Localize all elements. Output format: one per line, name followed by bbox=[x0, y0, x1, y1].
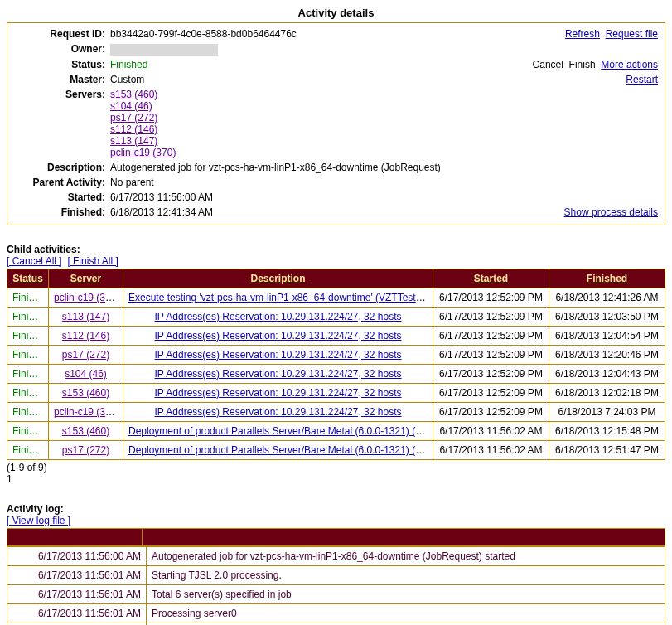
col-description-header[interactable]: Description bbox=[123, 269, 433, 288]
activity-details-panel: Request ID: bb3442a0-799f-4c0e-8588-bd0b… bbox=[7, 22, 665, 225]
cell-status: Finished bbox=[7, 402, 49, 421]
cell-description: Deployment of product Parallels Server/B… bbox=[123, 440, 433, 459]
cell-server: s153 (460) bbox=[49, 421, 123, 440]
server-link[interactable]: s112 (146) bbox=[62, 330, 109, 342]
server-link[interactable]: s104 (46) bbox=[65, 368, 107, 380]
cell-started: 6/17/2013 12:52:09 PM bbox=[433, 383, 549, 402]
parent-activity-value: No parent bbox=[110, 177, 658, 188]
owner-label: Owner: bbox=[14, 43, 110, 55]
refresh-link[interactable]: Refresh bbox=[565, 28, 600, 40]
more-actions-link[interactable]: More actions bbox=[601, 59, 658, 70]
col-finished-header[interactable]: Finished bbox=[549, 269, 665, 288]
cell-finished: 6/18/2013 12:04:43 PM bbox=[549, 364, 665, 383]
cell-server: ps17 (272) bbox=[49, 345, 123, 364]
cell-description: IP Address(es) Reservation: 10.29.131.22… bbox=[123, 383, 433, 402]
description-value: Autogenerated job for vzt-pcs-ha-vm-linP… bbox=[110, 162, 658, 173]
activity-link[interactable]: IP Address(es) Reservation: 10.29.131.22… bbox=[155, 406, 402, 418]
server-link[interactable]: pclin-c19 (370) bbox=[110, 147, 176, 158]
server-link[interactable]: s112 (146) bbox=[110, 124, 157, 135]
servers-label: Servers: bbox=[14, 89, 110, 100]
cell-finished: 6/18/2013 12:51:47 PM bbox=[549, 440, 665, 459]
log-row: 6/17/2013 11:56:01 AMTotal 6 server(s) s… bbox=[7, 584, 665, 603]
cell-status: Finished bbox=[7, 345, 49, 364]
server-link[interactable]: pclin-c19 (370) bbox=[54, 406, 119, 418]
cell-status: Finished bbox=[7, 307, 49, 326]
cell-description: Deployment of product Parallels Server/B… bbox=[123, 421, 433, 440]
show-process-details-link[interactable]: Show process details bbox=[564, 206, 658, 218]
server-link[interactable]: s153 (460) bbox=[110, 89, 157, 100]
cell-server: s153 (460) bbox=[49, 383, 123, 402]
master-label: Master: bbox=[14, 74, 110, 85]
restart-link[interactable]: Restart bbox=[626, 74, 658, 85]
activity-log-heading: Activity log: bbox=[7, 503, 665, 515]
cell-finished: 6/18/2013 12:20:46 PM bbox=[549, 345, 665, 364]
server-link[interactable]: s113 (147) bbox=[110, 135, 157, 147]
col-status-header[interactable]: Status bbox=[7, 269, 49, 288]
cell-server: s113 (147) bbox=[49, 307, 123, 326]
finish-all-link[interactable]: [ Finish All ] bbox=[67, 255, 118, 267]
activity-link[interactable]: IP Address(es) Reservation: 10.29.131.22… bbox=[155, 311, 402, 322]
servers-list: s153 (460) s104 (46) ps17 (272) s112 (14… bbox=[110, 89, 658, 158]
cell-started: 6/17/2013 12:52:09 PM bbox=[433, 345, 549, 364]
server-link[interactable]: s104 (46) bbox=[110, 100, 152, 112]
activity-link[interactable]: IP Address(es) Reservation: 10.29.131.22… bbox=[155, 368, 402, 380]
activity-link[interactable]: IP Address(es) Reservation: 10.29.131.22… bbox=[155, 387, 402, 399]
log-row: 6/17/2013 11:56:01 AMProcessing server0 bbox=[7, 603, 665, 623]
cell-status: Finished bbox=[7, 288, 49, 307]
finish-action[interactable]: Finish bbox=[569, 59, 596, 70]
cell-finished: 6/18/2013 12:02:18 PM bbox=[549, 383, 665, 402]
activity-link[interactable]: Deployment of product Parallels Server/B… bbox=[128, 425, 433, 437]
activity-link[interactable]: IP Address(es) Reservation: 10.29.131.22… bbox=[155, 349, 402, 361]
activity-log-header-bar bbox=[7, 528, 665, 546]
table-row: Finisheds113 (147)IP Address(es) Reserva… bbox=[7, 307, 665, 326]
cancel-all-link[interactable]: [ Cancel All ] bbox=[7, 255, 62, 267]
server-link[interactable]: ps17 (272) bbox=[110, 112, 157, 124]
request-id-label: Request ID: bbox=[14, 28, 110, 40]
cell-finished: 6/18/2013 7:24:03 PM bbox=[549, 402, 665, 421]
cell-status: Finished bbox=[7, 421, 49, 440]
child-activities-table: Status Server Description Started Finish… bbox=[7, 269, 665, 460]
cancel-action[interactable]: Cancel bbox=[533, 59, 563, 70]
child-activities-heading: Child activities: bbox=[7, 244, 665, 255]
server-link[interactable]: s153 (460) bbox=[62, 387, 109, 399]
status-value: Finished bbox=[110, 59, 526, 70]
cell-status: Finished bbox=[7, 326, 49, 345]
view-log-file-link[interactable]: [ View log file ] bbox=[7, 515, 70, 526]
log-timestamp: 6/17/2013 11:56:01 AM bbox=[7, 603, 147, 623]
activity-link[interactable]: Deployment of product Parallels Server/B… bbox=[128, 444, 433, 456]
log-message: Starting TJSL 2.0 processing. bbox=[147, 565, 665, 584]
cell-description: IP Address(es) Reservation: 10.29.131.22… bbox=[123, 345, 433, 364]
table-row: Finisheds112 (146)IP Address(es) Reserva… bbox=[7, 326, 665, 345]
server-link[interactable]: ps17 (272) bbox=[62, 444, 109, 456]
started-value: 6/17/2013 11:56:00 AM bbox=[110, 191, 658, 203]
col-server-header[interactable]: Server bbox=[49, 269, 123, 288]
parent-activity-label: Parent Activity: bbox=[14, 177, 110, 188]
cell-status: Finished bbox=[7, 440, 49, 459]
cell-server: ps17 (272) bbox=[49, 440, 123, 459]
server-link[interactable]: pclin-c19 (370) bbox=[54, 292, 119, 303]
cell-description: IP Address(es) Reservation: 10.29.131.22… bbox=[123, 326, 433, 345]
table-row: Finisheds153 (460)IP Address(es) Reserva… bbox=[7, 383, 665, 402]
log-message: Total 6 server(s) specified in job bbox=[147, 584, 665, 603]
cell-server: pclin-c19 (370) bbox=[49, 288, 123, 307]
started-label: Started: bbox=[14, 191, 110, 203]
server-link[interactable]: s153 (460) bbox=[62, 425, 109, 437]
log-message: Processing server0 bbox=[147, 603, 665, 623]
log-row: 6/17/2013 11:56:00 AMAutogenerated job f… bbox=[7, 546, 665, 565]
table-row: Finisheds104 (46)IP Address(es) Reservat… bbox=[7, 364, 665, 383]
owner-value-redacted bbox=[110, 44, 218, 56]
log-timestamp: 6/17/2013 11:56:01 AM bbox=[7, 584, 147, 603]
description-label: Description: bbox=[14, 162, 110, 173]
request-id-value: bb3442a0-799f-4c0e-8588-bd0b6464476c bbox=[110, 28, 558, 40]
col-started-header[interactable]: Started bbox=[433, 269, 549, 288]
activity-link[interactable]: Execute testing 'vzt-pcs-ha-vm-linP1-x86… bbox=[128, 292, 433, 303]
cell-finished: 6/18/2013 12:41:26 AM bbox=[549, 288, 665, 307]
request-file-link[interactable]: Request file bbox=[606, 28, 658, 40]
pager-range: (1-9 of 9) bbox=[7, 462, 47, 473]
cell-finished: 6/18/2013 12:04:54 PM bbox=[549, 326, 665, 345]
cell-server: s104 (46) bbox=[49, 364, 123, 383]
cell-started: 6/17/2013 12:52:09 PM bbox=[433, 326, 549, 345]
activity-link[interactable]: IP Address(es) Reservation: 10.29.131.22… bbox=[155, 330, 402, 342]
server-link[interactable]: s113 (147) bbox=[62, 311, 109, 322]
server-link[interactable]: ps17 (272) bbox=[62, 349, 109, 361]
